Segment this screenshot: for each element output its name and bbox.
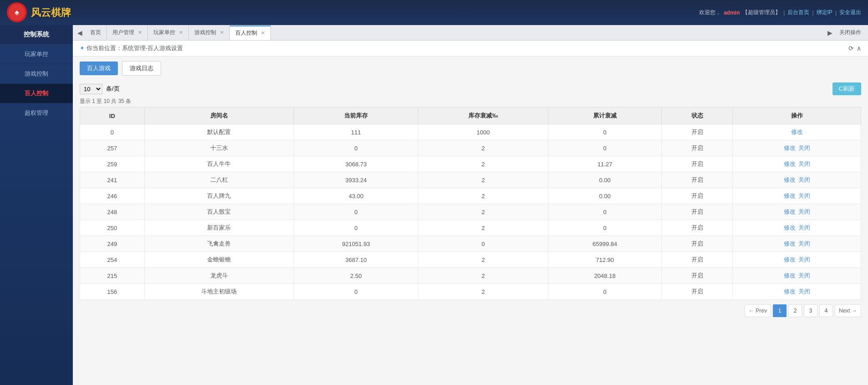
tab-nav-next[interactable]: ▶ xyxy=(825,29,835,36)
breadcrumb: ✦ 你当前位置：系统管理-百人游戏设置 xyxy=(80,44,183,52)
cell-stock: 0 xyxy=(294,140,418,156)
action-link-关闭[interactable]: 关闭 xyxy=(798,288,810,295)
action-link-修改[interactable]: 修改 xyxy=(784,224,796,231)
action-link-修改[interactable]: 修改 xyxy=(784,240,796,247)
action-link-修改[interactable]: 修改 xyxy=(784,256,796,263)
table-row: 248百人骰宝020开启修改关闭 xyxy=(80,204,861,220)
action-link-关闭[interactable]: 关闭 xyxy=(798,208,810,215)
tab-game-control[interactable]: 游戏控制 ✕ xyxy=(189,26,230,40)
sidebar-item-player-control[interactable]: 玩家单控 xyxy=(0,45,73,64)
cell-id: 249 xyxy=(80,236,145,252)
nav-home-link[interactable]: 后台首页 xyxy=(787,9,809,16)
cell-action: 修改关闭 xyxy=(733,204,861,220)
cell-name: 二八杠 xyxy=(144,172,294,188)
cell-total-decay: 0 xyxy=(548,204,662,220)
tab-close-hundred[interactable]: ✕ xyxy=(261,30,265,36)
action-link-修改[interactable]: 修改 xyxy=(784,208,796,215)
cell-name: 飞禽走兽 xyxy=(144,236,294,252)
pagination-prev[interactable]: ← Prev xyxy=(745,304,771,317)
breadcrumb-collapse-btn[interactable]: ∧ xyxy=(857,45,861,52)
cell-action: 修改关闭 xyxy=(733,236,861,252)
action-link-修改[interactable]: 修改 xyxy=(784,144,796,151)
col-stock: 当前库存 xyxy=(294,108,418,124)
action-link-修改[interactable]: 修改 xyxy=(784,272,796,279)
content: ✦ 你当前位置：系统管理-百人游戏设置 ⟳ ∧ 百人游戏 游戏日志 10 2 xyxy=(73,41,868,385)
tab-player-control[interactable]: 玩家单控 ✕ xyxy=(148,26,189,40)
nav-logout-link[interactable]: 安全退出 xyxy=(839,9,861,16)
action-link-修改[interactable]: 修改 xyxy=(784,160,796,167)
tab-close-player[interactable]: ✕ xyxy=(179,30,183,36)
action-link-关闭[interactable]: 关闭 xyxy=(798,160,810,167)
cell-decay-rate: 2 xyxy=(418,252,548,268)
cell-id: 254 xyxy=(80,252,145,268)
breadcrumb-refresh-btn[interactable]: ⟳ xyxy=(848,45,854,52)
action-link-关闭[interactable]: 关闭 xyxy=(798,240,810,247)
logo-icon: ♠ xyxy=(7,2,27,23)
cell-id: 250 xyxy=(80,220,145,236)
cell-id: 0 xyxy=(80,124,145,140)
pagination-page-1[interactable]: 1 xyxy=(773,304,787,317)
per-page-label: 条/页 xyxy=(106,85,120,93)
sidebar-item-super-admin[interactable]: 超权管理 xyxy=(0,103,73,123)
action-link-关闭[interactable]: 关闭 xyxy=(798,176,810,183)
col-id: ID xyxy=(80,108,145,124)
action-link-修改[interactable]: 修改 xyxy=(791,128,803,135)
tab-home[interactable]: 首页 xyxy=(85,26,107,40)
nav-ip-link[interactable]: 绑定IP xyxy=(817,9,832,16)
breadcrumb-text: 你当前位置：系统管理-百人游戏设置 xyxy=(86,45,183,51)
sub-tab-game[interactable]: 百人游戏 xyxy=(80,62,118,75)
tab-hundred-control[interactable]: 百人控制 ✕ xyxy=(230,26,271,40)
svg-text:♠: ♠ xyxy=(15,8,19,17)
table-header-row: ID 房间名 当前库存 库存衰减‰ 累计衰减 状态 操作 xyxy=(80,108,861,124)
col-name: 房间名 xyxy=(144,108,294,124)
pagination-page-4[interactable]: 4 xyxy=(819,304,833,317)
toolbar-left: 10 20 50 条/页 xyxy=(80,84,120,94)
sub-tab-log[interactable]: 游戏日志 xyxy=(122,61,161,76)
cell-status: 开启 xyxy=(662,204,733,220)
cell-status: 开启 xyxy=(662,236,733,252)
action-link-关闭[interactable]: 关闭 xyxy=(798,256,810,263)
cell-name: 金蟾银蟾 xyxy=(144,252,294,268)
layout: 控制系统 玩家单控 游戏控制 百人控制 超权管理 ◀ 首页 用户管理 ✕ 玩家单… xyxy=(0,25,868,385)
cell-stock: 3687.10 xyxy=(294,252,418,268)
action-link-修改[interactable]: 修改 xyxy=(784,288,796,295)
cell-stock: 2.50 xyxy=(294,268,418,284)
tab-user-mgmt[interactable]: 用户管理 ✕ xyxy=(107,26,148,40)
cell-action: 修改 xyxy=(733,124,861,140)
pagination-next[interactable]: Next → xyxy=(835,304,861,317)
cell-decay-rate: 2 xyxy=(418,220,548,236)
tab-close-all[interactable]: 关闭操作 xyxy=(835,29,866,36)
cell-decay-rate: 2 xyxy=(418,172,548,188)
sidebar-item-hundred-control[interactable]: 百人控制 xyxy=(0,84,73,103)
cell-action: 修改关闭 xyxy=(733,252,861,268)
sidebar-item-game-control[interactable]: 游戏控制 xyxy=(0,64,73,84)
main: ◀ 首页 用户管理 ✕ 玩家单控 ✕ 游戏控制 ✕ 百人控制 ✕ ▶ 关闭操作 xyxy=(73,25,868,385)
action-link-修改[interactable]: 修改 xyxy=(784,192,796,199)
breadcrumb-actions: ⟳ ∧ xyxy=(848,45,861,52)
cell-name: 百人牛牛 xyxy=(144,156,294,172)
action-link-关闭[interactable]: 关闭 xyxy=(798,144,810,151)
cell-decay-rate: 2 xyxy=(418,268,548,284)
action-link-修改[interactable]: 修改 xyxy=(784,176,796,183)
cell-id: 248 xyxy=(80,204,145,220)
cell-status: 开启 xyxy=(662,268,733,284)
tab-close-game[interactable]: ✕ xyxy=(220,30,224,36)
tab-bar: ◀ 首页 用户管理 ✕ 玩家单控 ✕ 游戏控制 ✕ 百人控制 ✕ ▶ 关闭操作 xyxy=(73,25,868,41)
cell-decay-rate: 0 xyxy=(418,236,548,252)
action-link-关闭[interactable]: 关闭 xyxy=(798,224,810,231)
pagination-page-3[interactable]: 3 xyxy=(804,304,817,317)
cell-stock: 921051.93 xyxy=(294,236,418,252)
action-link-关闭[interactable]: 关闭 xyxy=(798,192,810,199)
logo: ♠ 风云棋牌 xyxy=(7,2,71,23)
pagination-page-2[interactable]: 2 xyxy=(788,304,802,317)
cell-action: 修改关闭 xyxy=(733,140,861,156)
table-row: 259百人牛牛3068.73211.27开启修改关闭 xyxy=(80,156,861,172)
tab-close-user[interactable]: ✕ xyxy=(138,30,142,36)
per-page-select[interactable]: 10 20 50 xyxy=(80,84,102,94)
cell-id: 241 xyxy=(80,172,145,188)
action-link-关闭[interactable]: 关闭 xyxy=(798,272,810,279)
tab-nav-prev[interactable]: ◀ xyxy=(75,29,85,36)
table-row: 156斗地主初级场020开启修改关闭 xyxy=(80,284,861,300)
cell-stock: 3933.24 xyxy=(294,172,418,188)
refresh-button[interactable]: C刷新 xyxy=(832,82,861,95)
